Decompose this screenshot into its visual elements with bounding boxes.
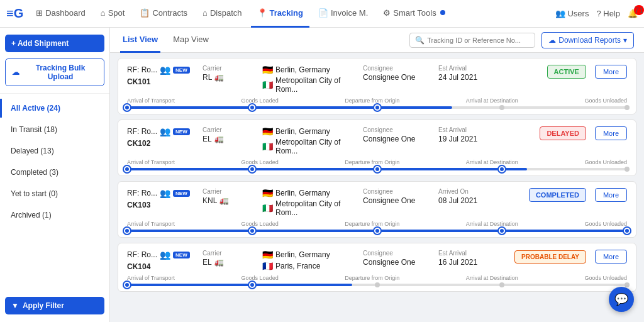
nav-tracking[interactable]: 📍 Tracking [251, 0, 309, 28]
progress-section: Arrival of Transport Goods Loaded Depart… [127, 155, 627, 175]
user-icon: 👥 [160, 65, 170, 75]
filter-completed[interactable]: Completed (3) [0, 163, 109, 182]
users-link[interactable]: 👥 Users [555, 9, 589, 18]
tab-list-view[interactable]: List View [120, 28, 160, 53]
origin-flag: 🇩🇪 [262, 126, 273, 136]
filter-in-transit[interactable]: In Transit (18) [0, 120, 109, 139]
origin-row: 🇩🇪 Berlin, Germany [262, 65, 363, 75]
dest-row: 🇮🇹 Metropolitan City of Rom... [262, 138, 363, 155]
card-ref-section: RF: Ro... 👥 NEW CK103 [127, 188, 203, 209]
progress-dot-filled [249, 166, 255, 172]
more-button[interactable]: More [595, 250, 627, 264]
label-goods-loaded: Goods Loaded [242, 221, 279, 227]
progress-dot-filled [249, 104, 255, 111]
label-departure-origin: Departure from Origin [345, 221, 399, 227]
nav-invoice[interactable]: 📄 Invoice M. [312, 0, 374, 28]
card-consignee-section: Consignee Consignee One [363, 250, 438, 267]
card-arrival-section: Arrived On 08 Jul 2021 [438, 188, 514, 205]
filter-archived[interactable]: Archived (1) [0, 206, 109, 225]
card-carrier-section: Carrier RL 🚛 [203, 65, 262, 82]
progress-labels: Arrival of Transport Goods Loaded Depart… [127, 97, 627, 104]
consignee-value: Consignee One [363, 258, 438, 267]
nav-dispatch[interactable]: ⌂ Dispatch [196, 0, 248, 28]
carrier-value: RL 🚛 [203, 73, 262, 82]
label-goods-unloaded: Goods Unloaded [584, 221, 627, 227]
progress-track [127, 230, 627, 232]
dispatch-icon: ⌂ [203, 8, 208, 18]
logo[interactable]: ≡G [6, 6, 23, 21]
progress-dot-empty [625, 167, 630, 172]
dest-row: 🇮🇹 Metropolitan City of Rom... [262, 199, 363, 217]
card-arrival-section: Est Arrival 19 Jul 2021 [438, 126, 514, 143]
carrier-label: Carrier [203, 250, 262, 257]
chat-button[interactable]: 💬 [609, 287, 634, 312]
tracking-icon: 📍 [257, 8, 267, 18]
card-carrier-section: Carrier EL 🚛 [203, 126, 262, 143]
progress-dot-empty [499, 105, 504, 110]
label-arrival-dest: Arrival at Destination [466, 159, 518, 165]
nav-dashboard[interactable]: ⊞ Dashboard [30, 0, 92, 28]
card-status-section: DELAYED More [514, 126, 627, 140]
ref-prefix: RF: Ro... [127, 250, 157, 259]
more-button[interactable]: More [595, 188, 627, 202]
dest-flag: 🇮🇹 [262, 80, 273, 90]
label-goods-loaded: Goods Loaded [242, 275, 279, 281]
tab-map-view[interactable]: Map View [170, 28, 211, 53]
dest-flag: 🇮🇹 [262, 203, 273, 213]
notification-count: 71 [634, 5, 644, 15]
shipment-card: RF: Ro... 👥 NEW CK101 Carrier RL 🚛 🇩🇪 Be… [118, 58, 636, 114]
arrival-label: Est Arrival [438, 126, 514, 133]
progress-dot-filled [499, 228, 505, 234]
progress-track [127, 284, 627, 286]
search-box[interactable]: 🔍 [409, 33, 535, 48]
progress-dot-filled [124, 166, 130, 172]
progress-section: Arrival of Transport Goods Loaded Depart… [127, 94, 627, 114]
carrier-value: KNL 🚛 [203, 196, 262, 205]
consignee-value: Consignee One [363, 73, 438, 82]
apply-filter-button[interactable]: ▼ Apply Filter [5, 297, 104, 314]
label-departure-origin: Departure from Origin [345, 275, 399, 281]
ref-header: RF: Ro... 👥 NEW [127, 188, 203, 198]
consignee-value: Consignee One [363, 196, 438, 205]
notification-bell[interactable]: 🔔 71 [628, 9, 638, 18]
origin-city: Berlin, Germany [275, 65, 330, 74]
more-button[interactable]: More [595, 126, 627, 140]
ref-prefix: RF: Ro... [127, 65, 157, 74]
truck-icon: 🚛 [219, 196, 229, 205]
download-icon: ☁ [548, 36, 556, 45]
filter-delayed[interactable]: Delayed (13) [0, 142, 109, 160]
progress-dot-empty [625, 282, 630, 287]
dest-row: 🇮🇹 Metropolitan City of Rom... [262, 76, 363, 94]
bulk-upload-button[interactable]: ☁ Tracking Bulk Upload [5, 58, 104, 86]
nav-contracts[interactable]: 📋 Contracts [133, 0, 194, 28]
card-route-section: 🇩🇪 Berlin, Germany 🇮🇹 Metropolitan City … [262, 65, 363, 94]
download-reports-button[interactable]: ☁ Download Reports ▾ [541, 32, 634, 48]
card-carrier-section: Carrier KNL 🚛 [203, 188, 262, 205]
add-shipment-button[interactable]: + Add Shipment [5, 35, 104, 52]
progress-dot-filled [249, 282, 255, 288]
arrival-date: 19 Jul 2021 [438, 135, 514, 143]
search-input[interactable] [427, 36, 528, 44]
filter-all-active[interactable]: All Active (24) [0, 99, 109, 118]
arrival-label: Est Arrival [438, 65, 514, 72]
arrival-date: 16 Jul 2021 [438, 258, 514, 267]
subheader: List View Map View 🔍 ☁ Download Reports … [110, 28, 644, 53]
dashboard-icon: ⊞ [36, 8, 43, 18]
progress-section: Arrival of Transport Goods Loaded Depart… [127, 271, 627, 291]
filter-yet-to-start[interactable]: Yet to start (0) [0, 184, 109, 203]
spot-icon: ⌂ [101, 8, 106, 18]
help-link[interactable]: ? Help [596, 9, 620, 18]
carrier-code: RL [203, 73, 212, 82]
arrival-date: 08 Jul 2021 [438, 196, 514, 205]
nav-spot[interactable]: ⌂ Spot [94, 0, 131, 28]
shipment-id: CK104 [127, 262, 203, 271]
new-badge: NEW [173, 190, 190, 197]
new-badge: NEW [173, 67, 190, 74]
nav-smarttools[interactable]: ⚙ Smart Tools [377, 0, 451, 28]
sidebar: + Add Shipment ☁ Tracking Bulk Upload Al… [0, 28, 110, 322]
progress-dot-empty [625, 105, 630, 110]
dest-flag: 🇮🇹 [262, 142, 273, 152]
shipment-id: CK102 [127, 139, 203, 148]
more-button[interactable]: More [595, 65, 627, 79]
card-route-section: 🇩🇪 Berlin, Germany 🇮🇹 Metropolitan City … [262, 126, 363, 155]
